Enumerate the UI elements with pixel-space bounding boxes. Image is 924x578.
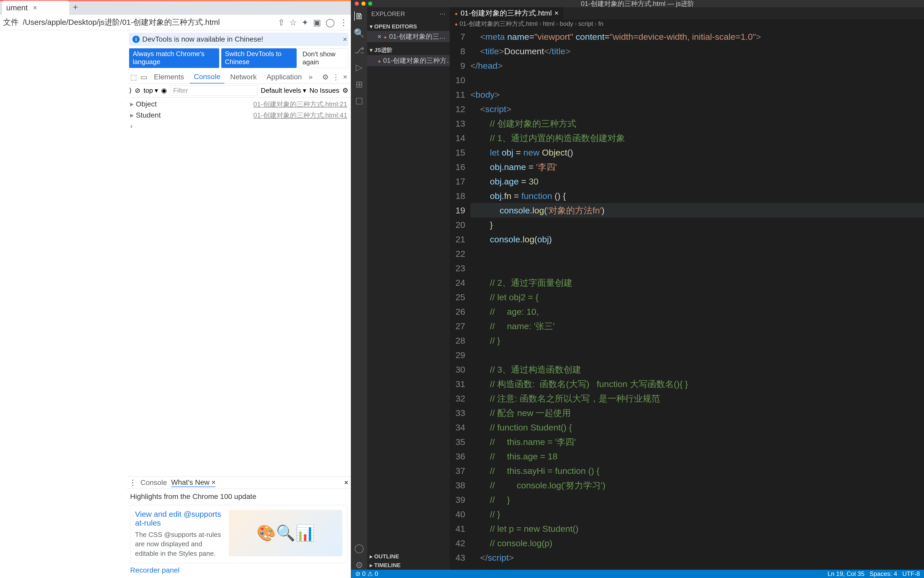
- console-output[interactable]: ▸Object 01-创建对象的三种方式.html:21 ▸Student 01…: [126, 97, 351, 476]
- context-select[interactable]: top ▾: [144, 86, 158, 94]
- whatsnew-content: Highlights from the Chrome 100 update Vi…: [126, 489, 351, 578]
- browser-tab[interactable]: ument ×: [2, 1, 69, 15]
- extension-icon[interactable]: ✦: [301, 18, 309, 28]
- window-title: 01-创建对象的三种方式.html — js进阶: [581, 0, 694, 8]
- card-title: View and edit @supports at-rules: [135, 510, 223, 528]
- info-text: DevTools is now available in Chinese!: [142, 35, 263, 44]
- editor-tab[interactable]: ⬥ 01-创建对象的三种方式.html ×: [450, 7, 563, 19]
- addr-actions: ⇧ ☆ ✦ ▣ ◯ ⋮: [278, 18, 348, 28]
- eye-icon[interactable]: ◉: [161, 86, 167, 94]
- close-icon[interactable]: ×: [342, 72, 348, 82]
- gear-icon[interactable]: ⚙: [354, 560, 364, 570]
- menu-icon[interactable]: ⋮: [340, 18, 348, 28]
- console-prompt[interactable]: ›: [126, 121, 351, 131]
- tab-elements[interactable]: Elements: [150, 71, 188, 83]
- more-icon[interactable]: ⋯: [439, 10, 446, 18]
- close-dot[interactable]: [355, 2, 359, 6]
- explorer-icon[interactable]: 🗎: [354, 11, 364, 21]
- device-icon[interactable]: ▭: [139, 72, 148, 83]
- console-prompt-icon[interactable]: ⟩: [129, 86, 132, 94]
- gear-icon[interactable]: ⚙: [321, 72, 330, 83]
- html-file-icon: ⬥: [455, 20, 458, 28]
- tab-application[interactable]: Application: [262, 71, 306, 83]
- open-editors-section[interactable]: ▾ OPEN EDITORS × ⬥ 01-创建对象的三…: [367, 21, 450, 44]
- console-row[interactable]: ▸Object 01-创建对象的三种方式.html:21: [126, 99, 351, 110]
- more-tabs-icon[interactable]: »: [307, 72, 314, 82]
- html-file-icon: ⬥: [384, 33, 387, 40]
- search-icon[interactable]: 🔍: [354, 28, 364, 38]
- close-icon[interactable]: ×: [554, 9, 558, 17]
- feature-card[interactable]: View and edit @supports at-rules The CSS…: [130, 505, 347, 563]
- clear-console-icon[interactable]: ⊘: [135, 86, 141, 94]
- card-image: 🎨🔍📊: [229, 510, 342, 556]
- close-icon[interactable]: ×: [344, 479, 348, 487]
- profile-icon[interactable]: ◯: [325, 18, 335, 28]
- drawer-tab-whatsnew[interactable]: What's New ×: [171, 478, 216, 487]
- info-banner: i DevTools is now available in Chinese! …: [129, 33, 348, 46]
- console-toolbar: ⟩ ⊘ top ▾ ◉ Filter Default levels ▾ No I…: [126, 84, 351, 97]
- drawer-tabs: ⋮ Console What's New × ×: [126, 477, 351, 489]
- switch-lang-button[interactable]: Switch DevTools to Chinese: [221, 48, 297, 68]
- close-icon[interactable]: ×: [343, 35, 347, 44]
- console-row[interactable]: ▸Student 01-创建对象的三种方式.html:41: [126, 110, 351, 121]
- max-dot[interactable]: [368, 2, 372, 6]
- highlights-heading: Highlights from the Chrome 100 update: [130, 492, 347, 501]
- share-icon[interactable]: ⇧: [278, 18, 285, 28]
- tab-console[interactable]: Console: [190, 71, 225, 83]
- timeline-section[interactable]: ▸ TIMELINE: [367, 561, 450, 570]
- breadcrumb[interactable]: ⬥ 01-创建对象的三种方式.html› html› body› script›…: [450, 19, 924, 28]
- editor-area: ⬥ 01-创建对象的三种方式.html × ⬥ 01-创建对象的三种方式.htm…: [450, 7, 924, 570]
- always-match-button[interactable]: Always match Chrome's language: [129, 48, 219, 68]
- code-body[interactable]: <meta name="viewport" content="width=dev…: [470, 28, 924, 570]
- new-tab-button[interactable]: +: [69, 0, 82, 15]
- status-spaces[interactable]: Spaces: 4: [869, 570, 897, 578]
- traffic-lights: [355, 2, 372, 6]
- tab-title: ument: [6, 3, 28, 12]
- dont-show-button[interactable]: Don't show again: [299, 48, 348, 68]
- debug-icon[interactable]: ▷: [354, 63, 364, 72]
- html-file-icon: ⬥: [377, 57, 381, 64]
- outline-section[interactable]: ▸ OUTLINE: [367, 552, 450, 561]
- levels-select[interactable]: Default levels ▾: [261, 86, 306, 94]
- git-icon[interactable]: ⎇: [354, 45, 364, 55]
- lang-buttons: Always match Chrome's language Switch De…: [129, 48, 348, 68]
- kebab-icon[interactable]: ⋮: [129, 478, 136, 487]
- file-tree-item[interactable]: ⬥ 01-创建对象的三种方…: [367, 55, 450, 66]
- folder-section[interactable]: ▾ JS进阶 ⬥ 01-创建对象的三种方…: [367, 44, 450, 68]
- console-source-link[interactable]: 01-创建对象的三种方式.html:41: [253, 111, 347, 120]
- vscode-titlebar: 01-创建对象的三种方式.html — js进阶: [351, 0, 924, 7]
- todo-icon[interactable]: ☐: [354, 97, 364, 106]
- reading-icon[interactable]: ▣: [313, 18, 321, 28]
- explorer-header: EXPLORER ⋯: [367, 7, 450, 21]
- account-icon[interactable]: ◯: [354, 543, 364, 553]
- status-encoding[interactable]: UTF-8: [902, 570, 920, 578]
- kebab-icon[interactable]: ⋮: [331, 72, 340, 83]
- address-bar: 文件 /Users/apple/Desktop/js进阶/01-创建对象的三种方…: [0, 15, 351, 30]
- chrome-window: ument × + 文件 /Users/apple/Desktop/js进阶/0…: [0, 0, 351, 578]
- tab-network[interactable]: Network: [226, 71, 261, 83]
- extensions-icon[interactable]: ⊞: [354, 80, 364, 89]
- filter-input[interactable]: Filter: [170, 85, 258, 96]
- recorder-link[interactable]: Recorder panel: [130, 566, 347, 575]
- gear-icon[interactable]: ⚙: [342, 86, 348, 94]
- close-icon[interactable]: ×: [33, 3, 37, 12]
- drawer-tab-console[interactable]: Console: [141, 479, 167, 487]
- issues-badge[interactable]: No Issues: [309, 86, 339, 94]
- devtools-tabs: ⬚ ▭ Elements Console Network Application…: [126, 71, 351, 84]
- status-cursor[interactable]: Ln 19, Col 35: [827, 570, 864, 578]
- activity-bar: 🗎 🔍 ⎇ ▷ ⊞ ☐ ◯ ⚙: [351, 7, 367, 570]
- min-dot[interactable]: [361, 2, 366, 6]
- vscode-body: 🗎 🔍 ⎇ ▷ ⊞ ☐ ◯ ⚙ EXPLORER ⋯ ▾ OPEN EDITOR…: [351, 7, 924, 570]
- drawer-panel: ⋮ Console What's New × × Highlights from…: [126, 476, 351, 578]
- code-editor[interactable]: 7891011121314151617181920212223242526272…: [450, 28, 924, 570]
- inspect-icon[interactable]: ⬚: [129, 72, 138, 83]
- console-source-link[interactable]: 01-创建对象的三种方式.html:21: [253, 100, 347, 109]
- star-icon[interactable]: ☆: [290, 18, 297, 28]
- addr-scheme: 文件: [3, 17, 19, 28]
- url-input[interactable]: /Users/apple/Desktop/js进阶/01-创建对象的三种方式.h…: [21, 16, 275, 29]
- open-editor-item[interactable]: × ⬥ 01-创建对象的三…: [367, 31, 450, 42]
- status-errors[interactable]: ⊘ 0 ⚠ 0: [355, 570, 378, 578]
- chrome-tab-bar: ument × +: [0, 1, 351, 15]
- close-icon[interactable]: ×: [377, 32, 381, 41]
- devtools-panel: i DevTools is now available in Chinese! …: [126, 30, 351, 578]
